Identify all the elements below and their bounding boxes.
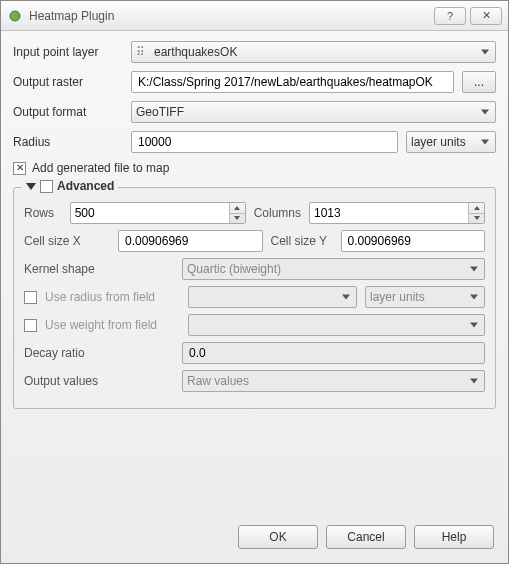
titlebar: Heatmap Plugin ? ✕ [1, 1, 508, 31]
use-weight-field-checkbox[interactable] [24, 319, 37, 332]
weight-field-combo[interactable] [188, 314, 485, 336]
content-area: Input point layer ⠿ earthquakesOK Output… [1, 31, 508, 515]
help-button[interactable]: Help [414, 525, 494, 549]
radius-units-combo[interactable]: layer units [406, 131, 496, 153]
close-title-button[interactable]: ✕ [470, 7, 502, 25]
use-radius-field-checkbox[interactable] [24, 291, 37, 304]
rows-field[interactable] [71, 203, 229, 223]
output-raster-label: Output raster [13, 75, 123, 89]
columns-label: Columns [254, 206, 301, 220]
cancel-button[interactable]: Cancel [326, 525, 406, 549]
window-controls: ? ✕ [430, 7, 502, 25]
output-values-value: Raw values [187, 374, 249, 388]
rows-down[interactable] [230, 214, 245, 224]
button-bar: OK Cancel Help [1, 515, 508, 563]
output-format-combo[interactable]: GeoTIFF [131, 101, 496, 123]
add-to-map-label: Add generated file to map [32, 161, 169, 175]
advanced-header[interactable]: Advanced [22, 179, 118, 193]
output-values-combo[interactable]: Raw values [182, 370, 485, 392]
input-layer-value: earthquakesOK [154, 45, 237, 59]
advanced-group: Advanced Rows Columns Cell size X [13, 187, 496, 409]
advanced-label: Advanced [57, 179, 114, 193]
radius-field-combo[interactable] [188, 286, 357, 308]
columns-up[interactable] [469, 203, 484, 214]
radius-units-value: layer units [411, 135, 466, 149]
window-title: Heatmap Plugin [29, 9, 430, 23]
points-layer-icon: ⠿ [136, 45, 150, 59]
rows-spin[interactable] [70, 202, 246, 224]
use-radius-field-label: Use radius from field [45, 290, 180, 304]
advanced-checkbox[interactable] [40, 180, 53, 193]
cellx-field[interactable] [123, 233, 258, 249]
input-layer-label: Input point layer [13, 45, 123, 59]
help-title-button[interactable]: ? [434, 7, 466, 25]
celly-input[interactable] [341, 230, 486, 252]
output-values-label: Output values [24, 374, 174, 388]
browse-label: ... [474, 75, 484, 89]
output-format-label: Output format [13, 105, 123, 119]
columns-down[interactable] [469, 214, 484, 224]
kernel-value: Quartic (biweight) [187, 262, 281, 276]
output-raster-input[interactable] [131, 71, 454, 93]
add-to-map-checkbox[interactable]: ✕ [13, 162, 26, 175]
radius-input[interactable] [131, 131, 398, 153]
radius-field-units-combo[interactable]: layer units [365, 286, 485, 308]
celly-field[interactable] [346, 233, 481, 249]
kernel-combo[interactable]: Quartic (biweight) [182, 258, 485, 280]
cellx-label: Cell size X [24, 234, 110, 248]
output-raster-field[interactable] [136, 74, 449, 90]
decay-label: Decay ratio [24, 346, 174, 360]
app-icon [7, 8, 23, 24]
radius-field-units-value: layer units [370, 290, 425, 304]
decay-input[interactable] [182, 342, 485, 364]
columns-spin[interactable] [309, 202, 485, 224]
ok-button[interactable]: OK [238, 525, 318, 549]
use-weight-field-label: Use weight from field [45, 318, 180, 332]
kernel-label: Kernel shape [24, 262, 174, 276]
expand-icon [26, 183, 36, 190]
rows-label: Rows [24, 206, 62, 220]
celly-label: Cell size Y [271, 234, 333, 248]
radius-label: Radius [13, 135, 123, 149]
input-layer-combo[interactable]: ⠿ earthquakesOK [131, 41, 496, 63]
columns-field[interactable] [310, 203, 468, 223]
svg-point-0 [10, 11, 20, 21]
radius-field[interactable] [136, 134, 393, 150]
dialog-window: Heatmap Plugin ? ✕ Input point layer ⠿ e… [0, 0, 509, 564]
output-format-value: GeoTIFF [136, 105, 184, 119]
cellx-input[interactable] [118, 230, 263, 252]
browse-button[interactable]: ... [462, 71, 496, 93]
rows-up[interactable] [230, 203, 245, 214]
decay-field[interactable] [187, 345, 480, 361]
